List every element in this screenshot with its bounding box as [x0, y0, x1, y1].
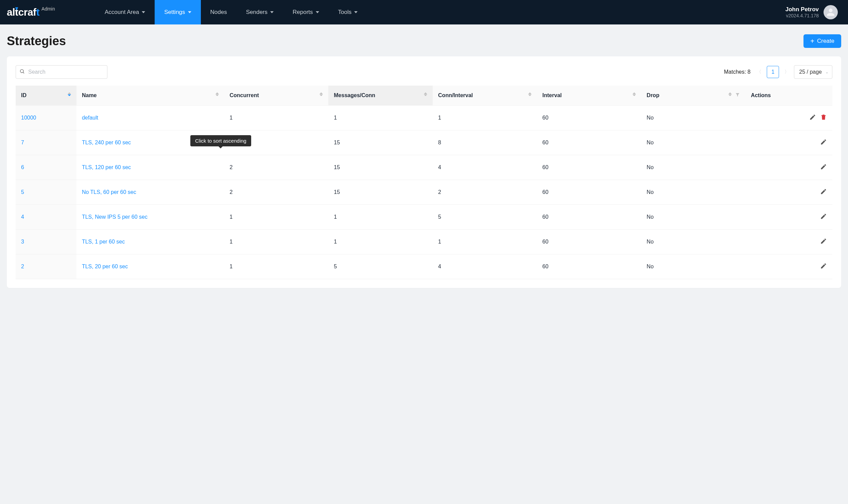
- delete-icon[interactable]: [820, 114, 827, 121]
- row-interval: 60: [537, 180, 641, 205]
- row-msgconn: 1: [328, 205, 433, 230]
- row-id-link[interactable]: 3: [21, 239, 24, 245]
- row-name-link[interactable]: No TLS, 60 per 60 sec: [82, 189, 136, 195]
- avatar: [824, 5, 838, 19]
- edit-icon[interactable]: [820, 139, 827, 145]
- col-interval[interactable]: Interval: [537, 86, 641, 106]
- brand-logo: alt▾craft: [7, 6, 39, 18]
- row-name-link[interactable]: TLS, New IPS 5 per 60 sec: [82, 214, 148, 220]
- row-msgconn: 15: [328, 180, 433, 205]
- search-input[interactable]: [16, 65, 107, 79]
- row-drop: No: [641, 230, 746, 254]
- table-row: 3TLS, 1 per 60 sec11160No: [16, 230, 832, 254]
- page-prev[interactable]: 〈: [757, 69, 761, 75]
- data-table: ID Name Concurrent Messages/Conn: [16, 86, 832, 279]
- pagination: 〈 1 〉: [757, 66, 789, 78]
- col-conn-interval[interactable]: Conn/Interval: [433, 86, 537, 106]
- sort-icon: [633, 92, 636, 96]
- page-number[interactable]: 1: [767, 66, 779, 78]
- create-label: Create: [817, 38, 834, 44]
- search-icon: [19, 69, 25, 75]
- row-id-link[interactable]: 4: [21, 214, 24, 220]
- row-conninterval: 2: [433, 180, 537, 205]
- row-conninterval: 5: [433, 205, 537, 230]
- user-name: John Petrov: [785, 6, 819, 13]
- topbar: alt▾craft Admin Account Area Settings No…: [0, 0, 848, 24]
- create-button[interactable]: + Create: [803, 34, 841, 48]
- nav-label: Account Area: [105, 9, 139, 16]
- edit-icon[interactable]: [820, 188, 827, 195]
- row-interval: 60: [537, 254, 641, 279]
- edit-icon[interactable]: [820, 163, 827, 170]
- nav-senders[interactable]: Senders: [237, 0, 283, 24]
- row-name-link[interactable]: default: [82, 115, 98, 121]
- nav-label: Settings: [164, 9, 185, 16]
- row-msgconn: 1: [328, 106, 433, 130]
- row-id-link[interactable]: 5: [21, 189, 24, 195]
- plus-icon: +: [810, 38, 814, 44]
- sort-icon: [728, 92, 732, 96]
- edit-icon[interactable]: [820, 238, 827, 245]
- col-actions: Actions: [745, 86, 832, 106]
- row-interval: 60: [537, 155, 641, 180]
- matches-count: Matches: 8: [724, 69, 750, 75]
- row-name-link[interactable]: TLS, 240 per 60 sec: [82, 140, 131, 145]
- nav-tools[interactable]: Tools: [329, 0, 367, 24]
- nav-account-area[interactable]: Account Area: [95, 0, 155, 24]
- content-card: Click to sort ascending Matches: 8 〈 1 〉…: [7, 56, 841, 288]
- filter-icon[interactable]: [735, 92, 740, 98]
- row-msgconn: 1: [328, 230, 433, 254]
- nav-reports[interactable]: Reports: [283, 0, 329, 24]
- nav-label: Tools: [338, 9, 352, 16]
- chevron-down-icon: [270, 11, 274, 13]
- page-title: Strategies: [7, 34, 66, 48]
- row-msgconn: 5: [328, 254, 433, 279]
- row-concurrent: 2: [224, 155, 329, 180]
- nav-nodes[interactable]: Nodes: [201, 0, 237, 24]
- row-interval: 60: [537, 230, 641, 254]
- row-concurrent: 1: [224, 106, 329, 130]
- row-msgconn: 15: [328, 155, 433, 180]
- row-drop: No: [641, 205, 746, 230]
- col-id[interactable]: ID: [16, 86, 76, 106]
- sort-icon: [319, 92, 323, 96]
- row-concurrent: 1: [224, 254, 329, 279]
- chevron-down-icon: [354, 11, 358, 13]
- row-id-link[interactable]: 6: [21, 164, 24, 170]
- row-concurrent: 1: [224, 205, 329, 230]
- app-version: v2024.4.71.178: [785, 13, 819, 18]
- page-size-label: 25 / page: [799, 69, 822, 75]
- row-interval: 60: [537, 106, 641, 130]
- edit-icon[interactable]: [820, 263, 827, 269]
- row-conninterval: 4: [433, 155, 537, 180]
- row-name-link[interactable]: TLS, 120 per 60 sec: [82, 164, 131, 170]
- nav-label: Reports: [293, 9, 313, 16]
- edit-icon[interactable]: [820, 213, 827, 220]
- nav-settings[interactable]: Settings: [155, 0, 201, 24]
- row-id-link[interactable]: 7: [21, 140, 24, 145]
- brand: alt▾craft Admin: [7, 0, 95, 24]
- svg-line-1: [23, 72, 24, 73]
- page-size-select[interactable]: 25 / page ⌄: [794, 65, 832, 79]
- row-name-link[interactable]: TLS, 20 per 60 sec: [82, 264, 128, 269]
- row-concurrent: 1: [224, 230, 329, 254]
- row-id-link[interactable]: 2: [21, 264, 24, 269]
- chevron-down-icon: [188, 11, 191, 13]
- col-concurrent[interactable]: Concurrent: [224, 86, 329, 106]
- sort-tooltip: Click to sort ascending: [190, 135, 251, 146]
- edit-icon[interactable]: [809, 114, 816, 121]
- table-row: 2TLS, 20 per 60 sec15460No: [16, 254, 832, 279]
- row-interval: 60: [537, 205, 641, 230]
- main-nav: Account Area Settings Nodes Senders Repo…: [95, 0, 367, 24]
- sort-icon: [68, 92, 71, 96]
- col-messages-conn[interactable]: Messages/Conn: [328, 86, 433, 106]
- row-drop: No: [641, 106, 746, 130]
- page-next[interactable]: 〉: [784, 69, 789, 75]
- table-row: 7TLS, 240 per 60 sec215860No: [16, 130, 832, 155]
- row-name-link[interactable]: TLS, 1 per 60 sec: [82, 239, 125, 245]
- row-msgconn: 15: [328, 130, 433, 155]
- row-id-link[interactable]: 10000: [21, 115, 36, 121]
- user-menu[interactable]: John Petrov v2024.4.71.178: [785, 0, 841, 24]
- col-drop[interactable]: Drop: [641, 86, 746, 106]
- col-name[interactable]: Name: [76, 86, 224, 106]
